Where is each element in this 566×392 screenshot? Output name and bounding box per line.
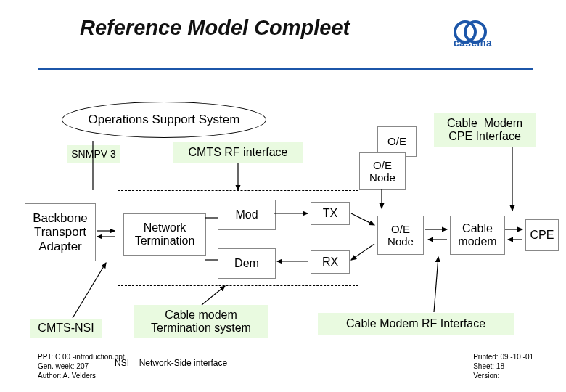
title-divider	[38, 68, 533, 70]
dem-box: Dem	[218, 248, 276, 279]
rx-box: RX	[311, 250, 350, 274]
footer-ppt: PPT: C 00 -introduction.ppt	[38, 352, 125, 362]
footer-week: Gen. week: 207	[38, 362, 125, 371]
snmpv3-label: SNMPV 3	[67, 145, 120, 163]
footer-version: Version:	[473, 371, 533, 380]
footer-printed: Printed: 09 -10 -01	[473, 352, 533, 362]
oe-node-mid: O/E Node	[377, 216, 424, 255]
cable-modem-box: Cable modem	[450, 216, 505, 255]
mod-box: Mod	[218, 200, 276, 230]
oe-node-top: O/E Node	[359, 152, 406, 190]
slide-title: Reference Model Compleet	[80, 16, 350, 40]
footer-left: PPT: C 00 -introduction.ppt Gen. week: 2…	[38, 352, 125, 380]
cable-modem-termination-system-label: Cable modem Termination system	[134, 305, 268, 338]
footer-right: Printed: 09 -10 -01 Sheet: 18 Version:	[473, 352, 533, 380]
tx-box: TX	[311, 202, 350, 225]
cpe-box: CPE	[525, 219, 559, 251]
brand-name: casema	[454, 37, 492, 49]
oss-ellipse: Operations Support System	[62, 102, 266, 138]
cm-cpe-interface-label: Cable Modem CPE Interface	[434, 113, 536, 147]
svg-line-17	[202, 286, 225, 305]
nsi-definition: NSI = Network-Side interface	[115, 358, 227, 368]
footer-author: Author: A. Velders	[38, 371, 125, 380]
network-termination: Network Termination	[123, 213, 206, 256]
svg-line-18	[434, 257, 438, 312]
cmts-nsi-label: CMTS-NSI	[30, 319, 102, 338]
brand-logo: casema	[454, 18, 533, 47]
cable-modem-rf-interface-label: Cable Modem RF Interface	[318, 313, 514, 335]
cmts-rf-interface-label: CMTS RF interface	[173, 142, 303, 163]
footer-sheet: Sheet: 18	[473, 362, 533, 371]
backbone-transport-adapter: Backbone Transport Adapter	[25, 203, 96, 261]
svg-line-16	[73, 263, 106, 318]
